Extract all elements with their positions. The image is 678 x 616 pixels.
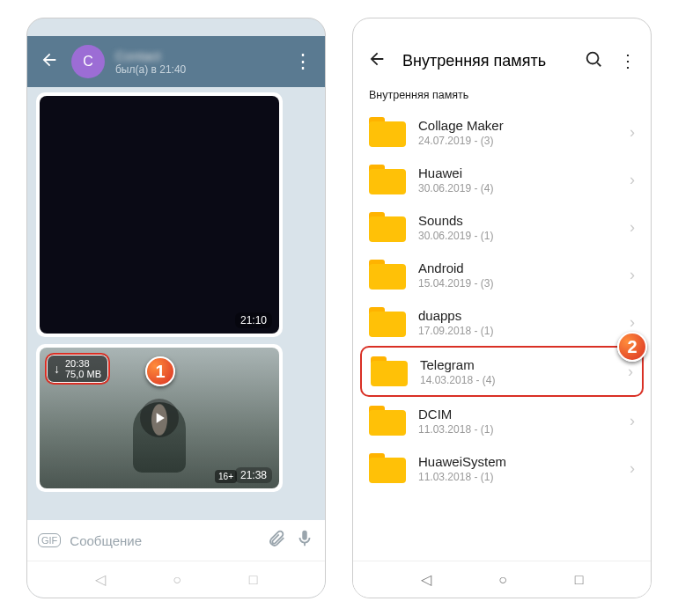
download-icon: ↓ (54, 362, 60, 376)
folder-row[interactable]: DCIM 11.03.2018 - (1) › (360, 397, 644, 444)
folder-meta: 15.04.2019 - (3) (418, 277, 617, 290)
folder-meta: 11.03.2018 - (1) (418, 471, 617, 483)
folder-icon (369, 260, 406, 290)
status-bar (353, 18, 651, 36)
nav-back-icon[interactable]: ◁ (421, 571, 431, 588)
folder-icon (369, 212, 406, 242)
folder-text: duapps 17.09.2018 - (1) (418, 308, 617, 337)
folder-name: DCIM (418, 407, 617, 422)
contact-avatar[interactable]: C (71, 45, 105, 78)
folder-name: Huawei (418, 165, 617, 180)
svg-point-0 (587, 52, 599, 63)
folder-meta: 30.06.2019 - (4) (418, 182, 617, 194)
chevron-right-icon: › (630, 171, 635, 189)
chevron-right-icon: › (628, 363, 633, 381)
folder-row[interactable]: HuaweiSystem 11.03.2018 - (1) › (360, 444, 644, 492)
callout-badge-1: 1 (145, 356, 175, 386)
folder-text: Sounds 30.06.2019 - (1) (418, 213, 617, 242)
folder-row[interactable]: Android 15.04.2019 - (3) › (360, 251, 644, 298)
folder-text: Collage Maker 24.07.2019 - (3) (418, 118, 617, 147)
folder-icon (369, 453, 406, 483)
play-icon[interactable] (140, 399, 179, 437)
nav-back-icon[interactable]: ◁ (95, 571, 106, 588)
video-download-badge[interactable]: ↓ 20:38 75,0 MB 1 (45, 353, 110, 385)
chevron-right-icon: › (630, 266, 635, 284)
message-input-bar: GIF (27, 520, 325, 561)
folder-name: HuaweiSystem (418, 454, 617, 469)
avatar-initial: C (83, 54, 93, 70)
chevron-right-icon: › (630, 412, 635, 430)
chat-body[interactable]: 21:10 ↓ 20:38 75,0 MB 1 16+ 21:38 (27, 87, 325, 520)
folder-meta: 11.03.2018 - (1) (418, 423, 617, 436)
folder-row[interactable]: Telegram 14.03.2018 - (4) › 2 (360, 346, 644, 397)
chevron-right-icon: › (630, 218, 635, 237)
folder-row[interactable]: Sounds 30.06.2019 - (1) › (360, 203, 644, 251)
nav-recent-icon[interactable]: □ (575, 572, 584, 588)
breadcrumb[interactable]: Внутренняя память (353, 85, 651, 108)
status-bar (27, 18, 325, 36)
gif-icon[interactable]: GIF (38, 533, 61, 547)
folder-icon (369, 165, 406, 194)
folder-icon (371, 356, 408, 386)
folder-meta: 24.07.2019 - (3) (418, 135, 617, 147)
more-icon[interactable]: ⋮ (293, 50, 313, 73)
folder-text: HuaweiSystem 11.03.2018 - (1) (418, 454, 617, 483)
video-duration: 20:38 (65, 358, 101, 369)
back-arrow-icon[interactable] (40, 50, 61, 73)
folder-row[interactable]: duapps 17.09.2018 - (1) › (360, 298, 644, 346)
folder-row[interactable]: Huawei 30.06.2019 - (4) › (360, 156, 644, 203)
folder-icon (369, 117, 406, 147)
nav-recent-icon[interactable]: □ (249, 572, 258, 588)
chevron-right-icon: › (630, 313, 635, 332)
message-photo[interactable]: 21:10 (36, 92, 283, 337)
video-time: 21:38 (235, 467, 272, 483)
contact-name: Contact (115, 48, 293, 63)
nav-home-icon[interactable]: ○ (173, 572, 181, 588)
chevron-right-icon: › (630, 459, 635, 478)
folder-meta: 14.03.2018 - (4) (420, 374, 615, 386)
folder-meta: 30.06.2019 - (1) (418, 230, 617, 242)
chevron-right-icon: › (630, 123, 635, 142)
android-nav-bar: ◁ ○ □ (353, 561, 651, 598)
android-nav-bar: ◁ ○ □ (27, 561, 325, 598)
more-icon[interactable]: ⋮ (619, 50, 637, 71)
mic-icon[interactable] (295, 529, 314, 552)
page-title: Внутренняя память (402, 52, 568, 70)
folder-row[interactable]: Collage Maker 24.07.2019 - (3) › (360, 108, 644, 156)
folder-meta: 17.09.2018 - (1) (418, 325, 617, 337)
callout-badge-2: 2 (617, 332, 647, 362)
folder-list[interactable]: Collage Maker 24.07.2019 - (3) › Huawei … (353, 108, 651, 561)
folder-icon (369, 406, 406, 436)
folder-text: Huawei 30.06.2019 - (4) (418, 165, 617, 194)
folder-name: Android (418, 260, 617, 275)
folder-name: Telegram (420, 357, 615, 372)
folder-name: Collage Maker (418, 118, 617, 133)
folder-text: DCIM 11.03.2018 - (1) (418, 407, 617, 436)
age-badge: 16+ (215, 470, 237, 483)
folder-icon (369, 307, 406, 337)
attach-icon[interactable] (267, 529, 286, 552)
back-arrow-icon[interactable] (367, 49, 387, 73)
contact-title-block[interactable]: Contact был(а) в 21:40 (115, 48, 293, 76)
telegram-header: C Contact был(а) в 21:40 ⋮ (27, 36, 325, 87)
message-time: 21:10 (235, 312, 272, 328)
video-size: 75,0 MB (65, 369, 101, 379)
photo-attachment[interactable]: 21:10 (40, 96, 279, 334)
last-seen: был(а) в 21:40 (115, 63, 293, 76)
file-manager-screen: Внутренняя память ⋮ Внутренняя память Co… (352, 18, 652, 598)
search-icon[interactable] (584, 49, 603, 73)
telegram-screen: C Contact был(а) в 21:40 ⋮ 21:10 ↓ 20:38… (26, 18, 326, 598)
file-manager-header: Внутренняя память ⋮ (353, 36, 651, 85)
message-video[interactable]: ↓ 20:38 75,0 MB 1 16+ 21:38 (36, 344, 283, 492)
folder-text: Android 15.04.2019 - (3) (418, 260, 617, 290)
folder-name: duapps (418, 308, 617, 323)
message-input[interactable] (70, 533, 258, 548)
folder-text: Telegram 14.03.2018 - (4) (420, 357, 615, 386)
nav-home-icon[interactable]: ○ (498, 572, 507, 588)
folder-name: Sounds (418, 213, 617, 228)
video-attachment[interactable]: ↓ 20:38 75,0 MB 1 16+ 21:38 (40, 348, 279, 488)
